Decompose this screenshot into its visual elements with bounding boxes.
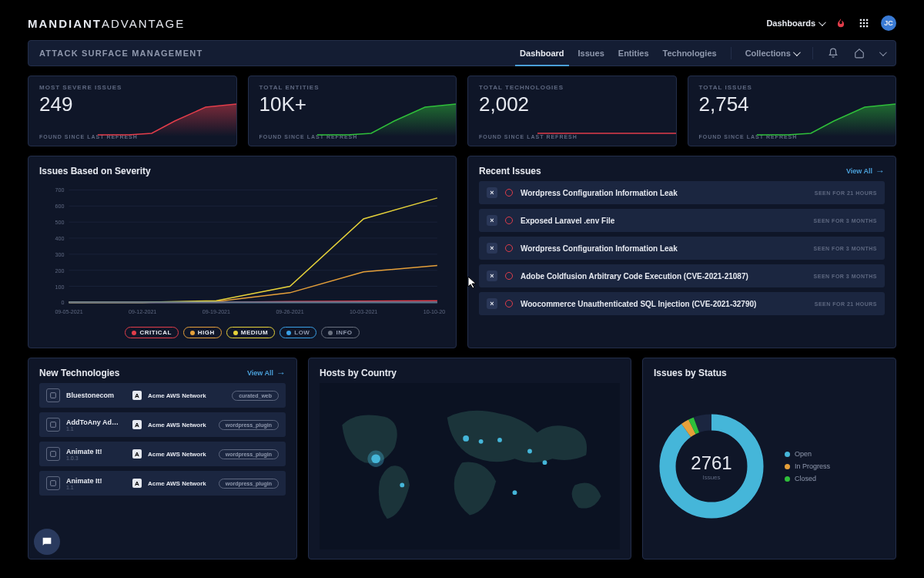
tech-version: 1.1 <box>66 485 126 490</box>
issue-seen: SEEN FOR 3 MONTHS <box>814 218 877 223</box>
tech-network: Acme AWS Network <box>148 422 213 428</box>
issue-close-icon[interactable]: × <box>487 243 497 254</box>
avatar[interactable]: JC <box>881 15 896 31</box>
tech-version: 1.1 <box>66 426 126 432</box>
svg-rect-7 <box>863 25 865 27</box>
legend-label: Open <box>795 450 812 458</box>
subheader: ATTACK SURFACE MANAGEMENT Dashboard Issu… <box>28 40 896 66</box>
tech-tag: curated_web <box>232 391 279 401</box>
legend-high[interactable]: HIGH <box>183 327 222 338</box>
tab-technologies[interactable]: Technologies <box>663 41 717 66</box>
svg-rect-34 <box>51 452 56 457</box>
severity-ring-icon <box>505 272 513 280</box>
tech-network: Acme AWS Network <box>148 451 213 458</box>
issue-close-icon[interactable]: × <box>487 187 497 198</box>
tab-collections[interactable]: Collections <box>745 41 798 66</box>
issue-row[interactable]: × Wordpress Configuration Information Le… <box>479 181 885 204</box>
kpi-label: MOST SEVERE ISSUES <box>39 84 226 91</box>
recent-title: Recent Issues <box>479 166 541 176</box>
severity-ring-icon <box>505 300 513 307</box>
svg-rect-3 <box>860 22 862 24</box>
recent-issues-card: Recent Issues View All→ × Wordpress Conf… <box>467 156 896 348</box>
tech-icon <box>46 447 60 461</box>
legend-label: Closed <box>795 475 816 482</box>
kpi-label: TOTAL ENTITIES <box>259 84 446 91</box>
tech-row[interactable]: Bluestonecom A Acme AWS Network curated_… <box>39 383 286 408</box>
issue-close-icon[interactable]: × <box>487 215 497 226</box>
page-title: ATTACK SURFACE MANAGEMENT <box>39 49 203 58</box>
recent-viewall-link[interactable]: View All→ <box>846 166 885 176</box>
kpi-sparkline <box>317 98 456 136</box>
dashboards-dropdown[interactable]: Dashboards <box>766 18 824 28</box>
svg-rect-6 <box>860 25 862 27</box>
legend-critical[interactable]: CRITICAL <box>125 327 178 338</box>
legend-info[interactable]: INFO <box>321 327 359 338</box>
chevron-down-icon[interactable] <box>879 49 887 56</box>
kpi-label: TOTAL ISSUES <box>699 84 886 91</box>
topbar: MANDIANTADVANTAGE Dashboards JC <box>28 12 896 34</box>
svg-point-40 <box>497 438 502 442</box>
arrow-right-icon: → <box>276 368 286 378</box>
issue-name: Wordpress Configuration Information Leak <box>521 189 807 197</box>
provider-badge-icon: A <box>132 479 142 488</box>
bell-icon[interactable] <box>827 47 839 59</box>
svg-point-41 <box>527 449 532 454</box>
issue-close-icon[interactable]: × <box>487 298 497 309</box>
home-icon[interactable] <box>853 47 865 59</box>
svg-rect-0 <box>860 19 862 21</box>
tech-name: Bluestonecom <box>66 391 126 399</box>
tech-row[interactable]: Animate It!1.1 A Acme AWS Network wordpr… <box>39 471 286 496</box>
kpi-label: TOTAL TECHNOLOGIES <box>479 84 665 91</box>
svg-rect-1 <box>863 19 865 21</box>
tab-entities[interactable]: Entities <box>618 41 649 66</box>
issue-seen: SEEN FOR 3 MONTHS <box>814 274 877 279</box>
kpi-card[interactable]: TOTAL ENTITIES 10K+ FOUND SINCE LAST REF… <box>248 76 457 146</box>
tab-issues[interactable]: Issues <box>578 41 604 66</box>
status-legend-item: Closed <box>785 475 830 482</box>
tab-dashboard[interactable]: Dashboard <box>520 41 564 66</box>
legend-label: In Progress <box>795 462 830 470</box>
status-legend-item: Open <box>785 450 830 458</box>
legend-low[interactable]: LOW <box>280 327 316 338</box>
issue-name: Woocommerce Unauthenticated SQL Injectio… <box>521 300 807 308</box>
tech-icon <box>46 476 60 490</box>
kpi-card[interactable]: TOTAL ISSUES 2,754 FOUND SINCE LAST REFR… <box>688 76 897 146</box>
svg-text:200: 200 <box>55 268 65 274</box>
tech-icon <box>46 388 60 402</box>
issue-row[interactable]: × Adobe Coldfusion Arbitrary Code Execut… <box>479 264 885 287</box>
tech-row[interactable]: AddToAny Ad…1.1 A Acme AWS Network wordp… <box>39 412 286 437</box>
legend-medium[interactable]: MEDIUM <box>226 327 275 338</box>
svg-rect-32 <box>51 393 56 398</box>
fire-icon[interactable] <box>835 17 847 29</box>
status-title: Issues by Status <box>654 368 727 378</box>
apps-grid-icon[interactable] <box>858 17 870 29</box>
issue-row[interactable]: × Exposed Laravel .env File SEEN FOR 3 M… <box>479 209 885 232</box>
world-map[interactable] <box>320 383 620 549</box>
kpi-card[interactable]: TOTAL TECHNOLOGIES 2,002 FOUND SINCE LAS… <box>467 76 677 146</box>
issue-row[interactable]: × Wordpress Configuration Information Le… <box>479 237 885 260</box>
legend-dot-icon <box>785 476 790 482</box>
arrow-right-icon: → <box>875 166 885 176</box>
issue-seen: SEEN FOR 21 HOURS <box>815 301 877 307</box>
tech-viewall-link[interactable]: View All→ <box>247 368 286 378</box>
svg-point-38 <box>463 435 469 442</box>
svg-rect-2 <box>866 19 868 21</box>
severity-chart: 010020030040050060070009-05-202109-12-20… <box>39 181 445 322</box>
brand-logo: MANDIANTADVANTAGE <box>28 17 185 30</box>
issue-row[interactable]: × Woocommerce Unauthenticated SQL Inject… <box>479 292 885 315</box>
svg-text:300: 300 <box>55 252 65 258</box>
status-total-label: Issues <box>702 474 720 481</box>
svg-text:500: 500 <box>55 220 65 226</box>
status-total: 2761 <box>691 452 732 474</box>
severity-ring-icon <box>505 244 513 252</box>
issue-close-icon[interactable]: × <box>487 271 497 281</box>
tech-icon <box>46 418 60 432</box>
hosts-by-country-card: Hosts by Country <box>308 358 631 560</box>
tech-row[interactable]: Animate It!1.0.3 A Acme AWS Network word… <box>39 442 286 466</box>
kpi-sparkline <box>98 98 236 136</box>
chat-widget[interactable] <box>34 529 60 555</box>
tech-tag: wordpress_plugin <box>219 449 279 459</box>
kpi-card[interactable]: MOST SEVERE ISSUES 249 FOUND SINCE LAST … <box>28 76 237 146</box>
chevron-down-icon <box>793 49 801 56</box>
svg-text:09-26-2021: 09-26-2021 <box>276 309 303 315</box>
